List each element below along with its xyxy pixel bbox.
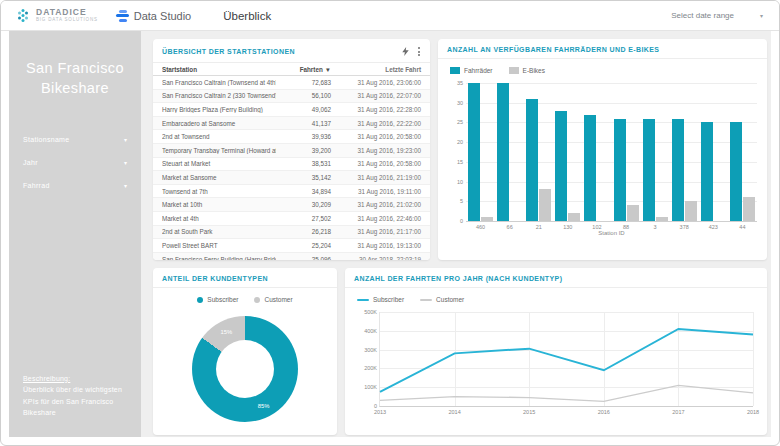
table-row[interactable]: Market at 10th30,20931 Aug 2016, 21:02:0…	[153, 198, 430, 212]
legend-label: Fahrräder	[464, 67, 493, 74]
last-trip: 31 Aug 2016, 21:19:00	[331, 174, 421, 181]
last-trip: 31 Aug 2016, 23:06:00	[331, 79, 421, 86]
filter-label: Jahr	[23, 159, 38, 166]
table-row[interactable]: Harry Bridges Plaza (Ferry Building)49,0…	[153, 103, 430, 117]
y-axis-tick: 35	[447, 80, 463, 86]
line-plot-area: 0100K200K300K400K500K2013201420152016201…	[379, 312, 753, 407]
last-trip: 31 Aug 2016, 21:17:00	[331, 228, 421, 235]
trip-count: 34,894	[276, 188, 331, 195]
more-options-icon[interactable]	[417, 46, 421, 57]
bar-e-bikes-3[interactable]	[656, 217, 668, 221]
donut-title-row: ANTEIL DER KUNDENTYPEN	[153, 268, 337, 288]
date-range-selector[interactable]: Select date range ▾	[671, 11, 763, 20]
data-studio-label: Data Studio	[134, 10, 191, 22]
legend-item-subscriber: Subscriber	[197, 296, 238, 303]
donut-chart[interactable]: 85%15%	[192, 316, 298, 422]
bar-group-66: 66	[495, 83, 524, 221]
station-table-card: ÜBERSICHT DER STARTSTATIONEN Startstatio…	[153, 39, 430, 260]
sidebar-filters: Stationsname▾Jahr▾Fahrrad▾	[9, 132, 141, 193]
y-axis-tick: 100K	[357, 384, 377, 390]
table-row[interactable]: Powell Street BART25,20431 Aug 2016, 19:…	[153, 239, 430, 253]
station-name: Harry Bridges Plaza (Ferry Building)	[162, 106, 276, 113]
dashboard-title: San Francisco Bikeshare	[9, 59, 141, 98]
donut-chart-wrap: 85%15%	[153, 316, 337, 435]
bar-fahrräder-66[interactable]	[497, 83, 509, 221]
last-trip: 31 Aug 2016, 22:28:00	[331, 106, 421, 113]
bar-fahrräder-3[interactable]	[643, 119, 655, 222]
station-name: San Francisco Caltrain 2 (330 Townsend)	[162, 92, 276, 99]
lightning-icon	[402, 47, 409, 56]
bar-e-bikes-130[interactable]	[568, 213, 580, 221]
table-row[interactable]: Market at 4th27,50231 Aug 2016, 22:46:00	[153, 212, 430, 226]
bar-fahrräder-423[interactable]	[701, 122, 713, 221]
trip-count: 49,062	[276, 106, 331, 113]
trip-count: 25,204	[276, 242, 331, 249]
page-title: Überblick	[223, 10, 271, 22]
description-text: Überblick über die wichtigsten KPIs für …	[23, 386, 122, 416]
bar-e-bikes-378[interactable]	[685, 201, 697, 221]
bar-chart: 05101520253035460662113010288337842344 S…	[446, 83, 757, 234]
column-header-1[interactable]: Fahrten▼	[276, 66, 331, 73]
gridline-vertical	[753, 312, 754, 406]
legend-label: Customer	[264, 296, 292, 303]
x-axis-tick: 2017	[672, 409, 684, 415]
bar-group-88: 88	[611, 83, 640, 221]
legend-swatch	[450, 67, 460, 74]
table-row[interactable]: San Francisco Ferry Building (Harry Brid…	[153, 253, 430, 260]
table-row[interactable]: San Francisco Caltrain 2 (330 Townsend)5…	[153, 90, 430, 104]
bar-plot-area: 05101520253035460662113010288337842344	[466, 83, 757, 222]
bar-fahrräder-130[interactable]	[555, 111, 567, 221]
bar-e-bikes-88[interactable]	[627, 205, 639, 221]
bar-fahrräder-460[interactable]	[468, 83, 480, 221]
bar-e-bikes-21[interactable]	[539, 189, 551, 221]
line-series-subscriber[interactable]	[380, 329, 753, 392]
column-header-2[interactable]: Letzte Fahrt	[331, 66, 421, 73]
filter-label: Stationsname	[23, 136, 69, 143]
data-studio-logo: Data Studio	[116, 10, 191, 22]
bar-group-44: 44	[728, 83, 757, 221]
x-axis-tick: 2013	[374, 409, 386, 415]
legend-item-customer: Customer	[420, 296, 464, 303]
trip-count: 39,936	[276, 133, 331, 140]
legend-swatch	[357, 299, 369, 301]
bar-e-bikes-44[interactable]	[743, 197, 755, 221]
line-series-customer[interactable]	[380, 385, 753, 401]
bar-fahrräder-44[interactable]	[730, 122, 742, 221]
trip-count: 26,218	[276, 228, 331, 235]
sidebar-filter-fahrrad[interactable]: Fahrrad▾	[9, 178, 141, 193]
legend-label: Customer	[436, 296, 464, 303]
bar-fahrräder-21[interactable]	[526, 99, 538, 221]
bar-group-130: 130	[553, 83, 582, 221]
sidebar: San Francisco Bikeshare Stationsname▾Jah…	[9, 31, 141, 437]
table-row[interactable]: 2nd at South Park26,21831 Aug 2016, 21:1…	[153, 226, 430, 240]
table-row[interactable]: Townsend at 7th34,89431 Aug 2016, 19:11:…	[153, 185, 430, 199]
trip-count: 25,096	[276, 256, 331, 260]
table-row[interactable]: 2nd at Townsend39,93631 Aug 2016, 20:58:…	[153, 130, 430, 144]
station-name: Temporary Transbay Terminal (Howard at B…	[162, 147, 276, 154]
trip-count: 39,200	[276, 147, 331, 154]
sidebar-filter-stationsname[interactable]: Stationsname▾	[9, 132, 141, 147]
table-row[interactable]: Steuart at Market38,53131 Aug 2016, 20:5…	[153, 158, 430, 172]
column-header-0[interactable]: Startstation	[162, 66, 276, 73]
bar-fahrräder-102[interactable]	[584, 115, 596, 221]
bar-group-378: 378	[670, 83, 699, 221]
brand-tagline: BIG DATA SOLUTIONS	[36, 18, 98, 23]
date-range-label: Select date range	[671, 11, 734, 20]
bar-e-bikes-460[interactable]	[481, 217, 493, 221]
y-axis-tick: 25	[447, 119, 463, 125]
table-row[interactable]: Temporary Transbay Terminal (Howard at B…	[153, 144, 430, 158]
bar-fahrräder-88[interactable]	[614, 119, 626, 222]
table-row[interactable]: San Francisco Caltrain (Townsend at 4th)…	[153, 76, 430, 90]
table-row[interactable]: Embarcadero at Sansome41,13731 Aug 2016,…	[153, 117, 430, 131]
table-row[interactable]: Market at Sansome35,14231 Aug 2016, 21:1…	[153, 171, 430, 185]
sidebar-filter-jahr[interactable]: Jahr▾	[9, 155, 141, 170]
chevron-down-icon: ▾	[124, 182, 127, 189]
legend-swatch	[197, 297, 203, 303]
last-trip: 31 Aug 2016, 21:02:00	[331, 201, 421, 208]
donut-hole	[216, 340, 274, 398]
bar-group-3: 3	[641, 83, 670, 221]
y-axis-tick: 0	[447, 218, 463, 224]
y-axis-tick: 20	[447, 139, 463, 145]
bar-fahrräder-378[interactable]	[672, 119, 684, 222]
x-axis-tick: 2014	[448, 409, 460, 415]
